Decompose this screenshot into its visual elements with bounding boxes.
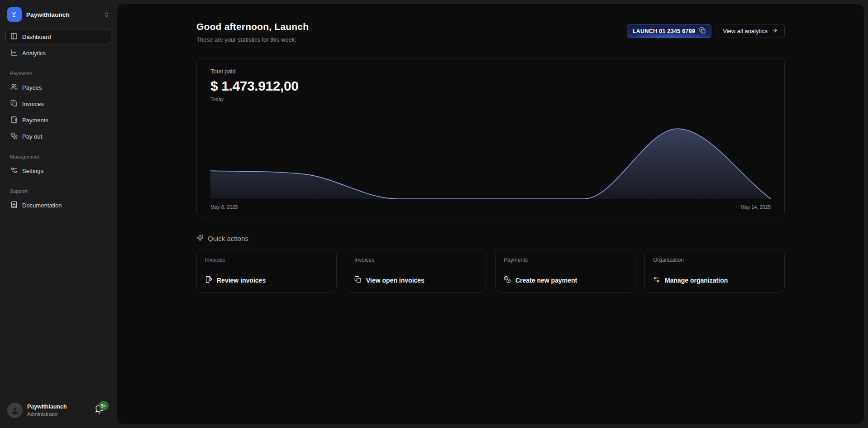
stats-amount: $ 1.473.912,00 — [210, 78, 771, 94]
quick-action-row: Manage organization — [653, 276, 776, 284]
sparkles-icon — [196, 234, 204, 243]
view-all-analytics-label: View all analytics — [723, 28, 768, 34]
area-chart-svg — [210, 115, 771, 200]
stats-label: Total paid — [210, 68, 771, 75]
quick-action-label: Manage organization — [665, 277, 728, 284]
sidebar-item-payments[interactable]: Payments — [5, 112, 111, 128]
app-logo-icon — [7, 7, 22, 22]
quick-action-row: Review invoices — [205, 276, 328, 284]
app-name: Paywithlaunch — [26, 11, 99, 18]
greeting-block: Good afternoon, Launch These are your st… — [196, 21, 309, 43]
page-header: Good afternoon, Launch These are your st… — [196, 21, 785, 43]
sidebar-item-label: Payments — [22, 117, 48, 124]
page-title: Good afternoon, Launch — [196, 21, 309, 32]
sidebar: Paywithlaunch Dashboard Analytics — [0, 0, 117, 428]
quick-action-label: View open invoices — [366, 277, 424, 284]
copy-stack-icon — [354, 276, 362, 284]
chart-area — [210, 129, 771, 199]
user-role: Administrator — [27, 411, 90, 417]
stats-period: Today — [210, 96, 771, 102]
app-root: Paywithlaunch Dashboard Analytics — [0, 0, 868, 428]
user-name: Paywithlaunch — [27, 404, 90, 411]
sidebar-item-label: Pay out — [22, 133, 42, 140]
quick-action-label: Review invoices — [217, 277, 266, 284]
page-subtitle: These are your statistics for this week: — [196, 36, 309, 43]
sliders-icon — [653, 276, 660, 284]
quick-action-category: Invoices — [354, 257, 477, 263]
org-switcher[interactable]: Paywithlaunch — [5, 6, 111, 29]
sidebar-item-analytics[interactable]: Analytics — [5, 45, 111, 61]
arrow-right-icon — [772, 27, 778, 35]
avatar — [7, 403, 23, 418]
sidebar-item-label: Dashboard — [22, 34, 51, 40]
quick-action-label: Create new payment — [515, 277, 577, 284]
notifications-button[interactable]: 9+ — [94, 405, 103, 416]
x-axis-start-label: May 8, 2025 — [210, 204, 238, 210]
sliders-icon — [10, 167, 18, 175]
sidebar-item-invoices[interactable]: Invoices — [5, 96, 111, 111]
user-meta: Paywithlaunch Administrator — [27, 404, 90, 417]
total-paid-card: Total paid $ 1.473.912,00 Today — [196, 58, 785, 217]
sidebar-item-payees[interactable]: Payees — [5, 80, 111, 95]
quick-actions-grid: Invoices Review invoices Invoices — [196, 250, 785, 293]
content-container: Good afternoon, Launch These are your st… — [196, 4, 785, 293]
quick-action-category: Organization — [653, 257, 776, 263]
sidebar-item-label: Invoices — [22, 101, 44, 107]
account-number-label: LAUNCH 01 2345 6789 — [633, 28, 695, 34]
quick-action-view-open-invoices[interactable]: Invoices View open invoices — [346, 250, 486, 293]
quick-actions-title: Quick actions — [208, 235, 248, 242]
coins-icon — [10, 132, 18, 141]
header-buttons: LAUNCH 01 2345 6789 View all analytics — [627, 24, 785, 38]
quick-action-create-new-payment[interactable]: Payments Create new payment — [495, 250, 635, 293]
view-all-analytics-button[interactable]: View all analytics — [716, 24, 785, 38]
panel-left-icon — [10, 33, 18, 41]
user-profile[interactable]: Paywithlaunch Administrator 9+ — [5, 401, 111, 421]
total-paid-chart: May 8, 2025 May 14, 2025 — [210, 115, 771, 211]
quick-action-row: View open invoices — [354, 276, 477, 284]
sidebar-item-dashboard[interactable]: Dashboard — [5, 29, 111, 44]
notification-badge: 9+ — [99, 401, 109, 410]
sidebar-section-payments: Payments — [5, 62, 111, 80]
copy-icon — [699, 27, 706, 35]
copy-stack-icon — [10, 100, 18, 108]
sidebar-item-label: Analytics — [22, 50, 46, 57]
sidebar-item-pay-out[interactable]: Pay out — [5, 129, 111, 144]
quick-action-category: Invoices — [205, 257, 328, 263]
chart-line-icon — [10, 49, 18, 58]
x-axis-end-label: May 14, 2025 — [740, 204, 771, 210]
file-pen-icon — [205, 276, 212, 284]
chevrons-up-down-icon — [104, 12, 110, 18]
sidebar-section-management: Management — [5, 145, 111, 163]
quick-actions-header: Quick actions — [196, 234, 785, 243]
sidebar-section-support: Support — [5, 179, 111, 197]
sidebar-item-label: Payees — [22, 84, 42, 91]
quick-action-review-invoices[interactable]: Invoices Review invoices — [196, 250, 337, 293]
account-number-button[interactable]: LAUNCH 01 2345 6789 — [627, 24, 711, 38]
chart-x-axis: May 8, 2025 May 14, 2025 — [210, 204, 771, 211]
quick-action-manage-organization[interactable]: Organization Manage organization — [644, 250, 785, 293]
sidebar-item-label: Documentation — [22, 202, 62, 209]
main-content: Good afternoon, Launch These are your st… — [117, 4, 864, 424]
sidebar-item-documentation[interactable]: Documentation — [5, 197, 111, 213]
quick-action-row: Create new payment — [504, 276, 627, 284]
sidebar-item-label: Settings — [22, 168, 43, 174]
book-text-icon — [10, 201, 18, 210]
sidebar-item-settings[interactable]: Settings — [5, 163, 111, 178]
coins-icon — [504, 276, 511, 284]
users-icon — [10, 83, 18, 92]
wallet-icon — [10, 116, 18, 125]
quick-action-category: Payments — [504, 257, 627, 263]
